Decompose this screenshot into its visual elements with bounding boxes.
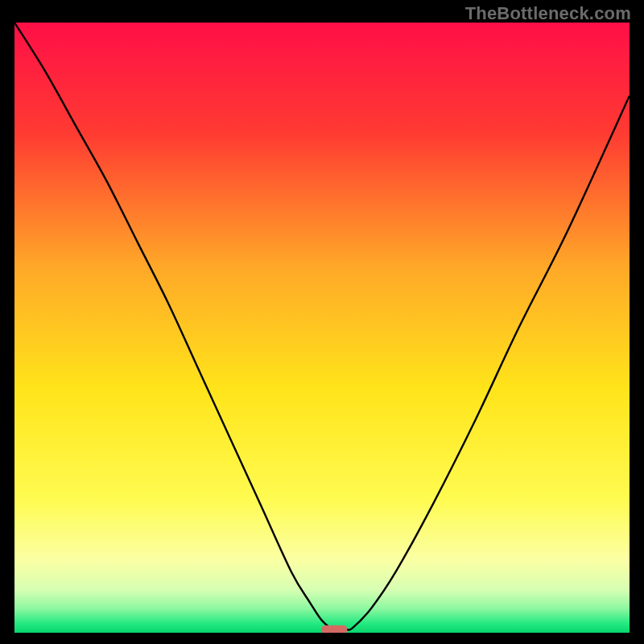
- plot-area: [14, 23, 630, 633]
- chart-svg: [14, 23, 630, 633]
- gradient-background: [14, 23, 630, 633]
- optimal-point-marker: [321, 625, 347, 633]
- figure-container: TheBottleneck.com: [0, 0, 644, 644]
- watermark-text: TheBottleneck.com: [465, 3, 631, 24]
